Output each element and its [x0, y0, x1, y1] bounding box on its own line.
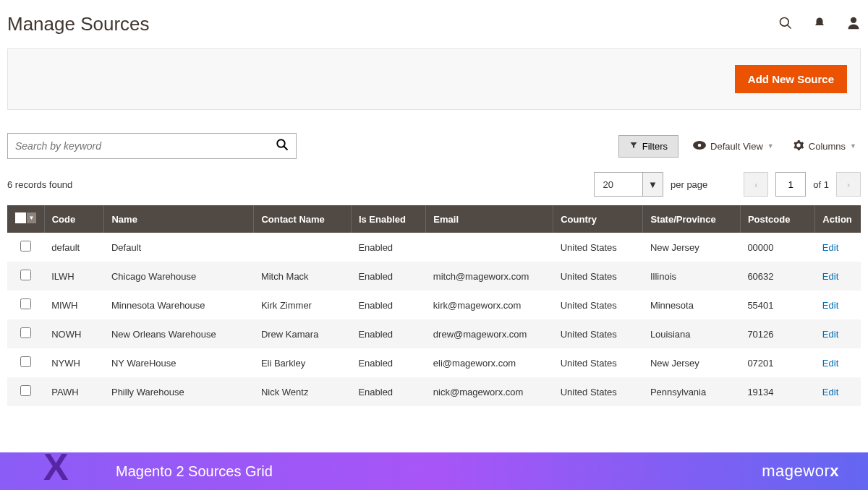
cell-state: Pennsylvania — [643, 377, 741, 406]
table-row: ILWH Chicago Warehouse Mitch Mack Enable… — [7, 262, 861, 291]
svg-point-3 — [277, 139, 285, 147]
cell-country: United States — [553, 377, 643, 406]
cell-postcode: 07201 — [740, 348, 814, 377]
row-checkbox[interactable] — [20, 385, 31, 396]
cell-enabled: Enabled — [351, 262, 425, 291]
table-row: default Default Enabled United States Ne… — [7, 233, 861, 262]
svg-point-0 — [780, 18, 789, 27]
cell-state: New Jersey — [643, 348, 741, 377]
cell-country: United States — [553, 348, 643, 377]
cell-email: eli@mageworx.com — [426, 348, 553, 377]
action-bar: Add New Source — [7, 48, 861, 110]
caret-down-icon: ▼ — [27, 212, 36, 223]
gear-icon — [793, 139, 804, 153]
cell-enabled: Enabled — [351, 319, 425, 348]
select-all-header[interactable]: ▼ — [7, 205, 44, 233]
cell-code: default — [44, 233, 104, 262]
pager-prev-button[interactable]: ‹ — [744, 172, 768, 197]
edit-link[interactable]: Edit — [822, 300, 838, 311]
cell-enabled: Enabled — [351, 233, 425, 262]
footer-banner: X Magento 2 Sources Grid mageworx — [0, 452, 868, 490]
cell-postcode: 60632 — [740, 262, 814, 291]
cell-state: Illinois — [643, 262, 741, 291]
add-new-source-button[interactable]: Add New Source — [735, 65, 847, 93]
search-submit-icon[interactable] — [276, 138, 289, 155]
cell-name: Chicago Warehouse — [104, 262, 254, 291]
cell-name: Philly Warehouse — [104, 377, 254, 406]
cell-code: ILWH — [44, 262, 104, 291]
search-input[interactable] — [15, 140, 276, 152]
edit-link[interactable]: Edit — [822, 271, 838, 282]
cell-email: kirk@mageworx.com — [426, 291, 553, 319]
pager-next-button[interactable]: › — [836, 172, 861, 197]
row-checkbox[interactable] — [20, 356, 31, 367]
cell-name: Minnesota Warehouse — [104, 291, 254, 319]
cell-email: mitch@mageworx.com — [426, 262, 553, 291]
notifications-icon[interactable] — [813, 17, 826, 32]
col-name[interactable]: Name — [104, 205, 254, 233]
col-enabled[interactable]: Is Enabled — [351, 205, 425, 233]
filters-button[interactable]: Filters — [618, 135, 678, 158]
row-checkbox[interactable] — [20, 298, 31, 309]
row-checkbox[interactable] — [20, 241, 31, 252]
brand-logo: mageworx — [762, 462, 839, 481]
table-row: PAWH Philly Warehouse Nick Wentz Enabled… — [7, 377, 861, 406]
col-postcode[interactable]: Postcode — [740, 205, 814, 233]
columns-dropdown[interactable]: Columns ▼ — [788, 139, 861, 153]
cell-enabled: Enabled — [351, 291, 425, 319]
logo-x-icon: X — [43, 445, 69, 489]
edit-link[interactable]: Edit — [822, 329, 838, 340]
cell-contact: Drew Kamara — [254, 319, 352, 348]
cell-contact: Nick Wentz — [254, 377, 352, 406]
sources-grid: ▼ Code Name Contact Name Is Enabled Emai… — [7, 205, 861, 406]
search-box[interactable] — [7, 133, 297, 159]
col-email[interactable]: Email — [426, 205, 553, 233]
cell-country: United States — [553, 233, 643, 262]
caret-down-icon: ▼ — [850, 142, 856, 150]
cell-email — [426, 233, 553, 262]
per-page-select[interactable]: 20 ▼ — [594, 172, 663, 197]
per-page-value: 20 — [595, 173, 642, 196]
edit-link[interactable]: Edit — [822, 358, 838, 369]
cell-state: Louisiana — [643, 319, 741, 348]
col-code[interactable]: Code — [44, 205, 104, 233]
cell-contact: Mitch Mack — [254, 262, 352, 291]
funnel-icon — [629, 141, 638, 152]
cell-postcode: 70126 — [740, 319, 814, 348]
cell-postcode: 55401 — [740, 291, 814, 319]
table-row: NOWH New Orleans Warehouse Drew Kamara E… — [7, 319, 861, 348]
pager-current-input[interactable] — [775, 172, 806, 197]
row-checkbox[interactable] — [20, 270, 31, 280]
svg-line-1 — [788, 25, 791, 29]
cell-contact — [254, 233, 352, 262]
cell-postcode: 00000 — [740, 233, 814, 262]
cell-postcode: 19134 — [740, 377, 814, 406]
table-row: MIWH Minnesota Warehouse Kirk Zimmer Ena… — [7, 291, 861, 319]
cell-name: Default — [104, 233, 254, 262]
checkbox-icon — [15, 212, 26, 223]
cell-code: NOWH — [44, 319, 104, 348]
edit-link[interactable]: Edit — [822, 387, 838, 397]
cell-code: NYWH — [44, 348, 104, 377]
cell-code: MIWH — [44, 291, 104, 319]
cell-code: PAWH — [44, 377, 104, 406]
row-checkbox[interactable] — [20, 327, 31, 338]
search-icon[interactable] — [778, 16, 793, 33]
cell-contact: Eli Barkley — [254, 348, 352, 377]
account-icon[interactable] — [846, 16, 861, 33]
svg-point-2 — [851, 17, 856, 23]
col-country[interactable]: Country — [553, 205, 643, 233]
footer-caption: Magento 2 Sources Grid — [116, 463, 273, 480]
cell-enabled: Enabled — [351, 377, 425, 406]
default-view-label: Default View — [710, 141, 763, 152]
cell-email: drew@mageworx.com — [426, 319, 553, 348]
columns-label: Columns — [809, 141, 846, 152]
edit-link[interactable]: Edit — [822, 242, 838, 253]
col-state[interactable]: State/Province — [643, 205, 741, 233]
col-contact[interactable]: Contact Name — [254, 205, 352, 233]
pager-of-label: of 1 — [813, 179, 829, 190]
caret-down-icon: ▼ — [642, 173, 663, 196]
default-view-dropdown[interactable]: Default View ▼ — [689, 141, 778, 152]
cell-name: NY WareHouse — [104, 348, 254, 377]
cell-country: United States — [553, 262, 643, 291]
